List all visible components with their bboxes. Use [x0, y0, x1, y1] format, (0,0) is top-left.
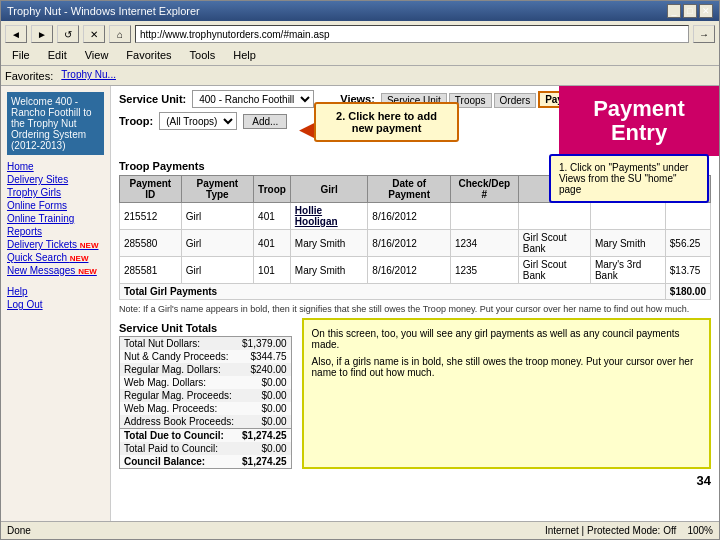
service-unit-label: Service Unit: [119, 93, 186, 105]
status-right: Internet | Protected Mode: Off 100% [545, 525, 713, 536]
menu-tools[interactable]: Tools [187, 48, 219, 62]
service-unit-select[interactable]: 400 - Rancho Foothill [192, 90, 314, 108]
menu-view[interactable]: View [82, 48, 112, 62]
su-total-row: Total Due to Council:$1,274.25 [120, 429, 292, 443]
menu-bar: File Edit View Favorites Tools Help [5, 47, 715, 63]
su-total-row: Council Balance:$1,274.25 [120, 455, 292, 469]
sidebar-online-forms[interactable]: Online Forms [7, 200, 104, 211]
total-label: Total Girl Payments [120, 284, 666, 300]
su-total-row: Total Paid to Council:$0.00 [120, 442, 292, 455]
status-zoom: 100% [687, 525, 713, 536]
menu-edit[interactable]: Edit [45, 48, 70, 62]
browser-title: Trophy Nut - Windows Internet Explorer [7, 5, 200, 17]
address-input[interactable] [135, 25, 689, 43]
menu-help[interactable]: Help [230, 48, 259, 62]
cell-bank: Girl Scout Bank [518, 230, 590, 257]
minimize-button[interactable]: _ [667, 4, 681, 18]
stop-button[interactable]: ✕ [83, 25, 105, 43]
payment-entry-line2: Entry [593, 121, 685, 145]
troop-label: Troop: [119, 115, 153, 127]
cell-troop: 401 [254, 230, 291, 257]
sidebar-logout[interactable]: Log Out [7, 299, 104, 310]
cell-date: 8/16/2012 [368, 230, 451, 257]
close-button[interactable]: ✕ [699, 4, 713, 18]
cell-bank: Girl Scout Bank [518, 257, 590, 284]
sidebar-welcome: Welcome 400 - Rancho Foothill to the Tro… [7, 92, 104, 155]
cell-troop: 401 [254, 203, 291, 230]
info-para1: On this screen, too, you will see any gi… [312, 328, 701, 350]
add-payment-button[interactable]: Add... [243, 114, 287, 129]
nav-row: ◄ ► ↺ ✕ ⌂ → [5, 23, 715, 45]
sidebar-delivery-sites[interactable]: Delivery Sites [7, 174, 104, 185]
note-text: Note: If a Girl's name appears in bold, … [119, 304, 711, 314]
sidebar-home[interactable]: Home [7, 161, 104, 172]
table-row: 285580 Girl 401 Mary Smith 8/16/2012 123… [120, 230, 711, 257]
cell-name: Mary's 3rd Bank [590, 257, 665, 284]
browser-window: Trophy Nut - Windows Internet Explorer _… [0, 0, 720, 540]
status-text: Done [7, 525, 31, 536]
info-box: On this screen, too, you will see any gi… [302, 318, 711, 469]
cell-name: Mary Smith [590, 230, 665, 257]
home-button[interactable]: ⌂ [109, 25, 131, 43]
col-payment-type: Payment Type [181, 176, 253, 203]
total-amount: $180.00 [665, 284, 710, 300]
sidebar: Welcome 400 - Rancho Foothill to the Tro… [1, 86, 111, 521]
cell-type: Girl [181, 230, 253, 257]
info-para2: Also, if a girls name is in bold, she st… [312, 356, 701, 378]
title-bar: Trophy Nut - Windows Internet Explorer _… [1, 1, 719, 21]
sidebar-delivery-tickets[interactable]: Delivery Tickets NEW [7, 239, 104, 250]
bottom-section: Service Unit Totals Total Nut Dollars:$1… [119, 318, 711, 469]
cell-check: 1235 [450, 257, 518, 284]
col-check: Check/Dep # [450, 176, 518, 203]
payment-entry-line1: Payment [593, 97, 685, 121]
cell-check [450, 203, 518, 230]
cell-id: 215512 [120, 203, 182, 230]
maximize-button[interactable]: □ [683, 4, 697, 18]
su-total-row: Address Book Proceeds:$0.00 [120, 415, 292, 429]
cell-type: Girl [181, 257, 253, 284]
su-total-row: Regular Mag. Proceeds:$0.00 [120, 389, 292, 402]
favorite-link[interactable]: Trophy Nu... [61, 69, 116, 80]
su-totals-title: Service Unit Totals [119, 322, 292, 334]
sidebar-help[interactable]: Help [7, 286, 104, 297]
sidebar-quick-search[interactable]: Quick Search NEW [7, 252, 104, 263]
refresh-button[interactable]: ↺ [57, 25, 79, 43]
title-bar-buttons: _ □ ✕ [667, 4, 713, 18]
cell-girl: Mary Smith [290, 257, 368, 284]
su-total-row: Nut & Candy Proceeds:$344.75 [120, 350, 292, 363]
cell-b1 [518, 203, 590, 230]
back-button[interactable]: ◄ [5, 25, 27, 43]
sidebar-reports[interactable]: Reports [7, 226, 104, 237]
sidebar-online-training[interactable]: Online Training [7, 213, 104, 224]
cell-type: Girl [181, 203, 253, 230]
col-girl: Girl [290, 176, 368, 203]
col-date: Date of Payment [368, 176, 451, 203]
col-payment-id: Payment ID [120, 176, 182, 203]
total-row: Total Girl Payments $180.00 [120, 284, 711, 300]
col-troop: Troop [254, 176, 291, 203]
sidebar-new-messages[interactable]: New Messages NEW [7, 265, 104, 276]
troop-select[interactable]: (All Troops) [159, 112, 237, 130]
cell-id: 285581 [120, 257, 182, 284]
table-row: 215512 Girl 401 Hollie Hooligan 8/16/201… [120, 203, 711, 230]
su-total-row: Web Mag. Proceeds:$0.00 [120, 402, 292, 415]
cell-date: 8/16/2012 [368, 203, 451, 230]
payment-entry-box: Payment Entry [559, 86, 719, 156]
su-total-row: Regular Mag. Dollars:$240.00 [120, 363, 292, 376]
su-total-row: Web Mag. Dollars:$0.00 [120, 376, 292, 389]
cell-troop: 101 [254, 257, 291, 284]
go-button[interactable]: → [693, 25, 715, 43]
forward-button[interactable]: ► [31, 25, 53, 43]
favorites-bar: Favorites: Trophy Nu... [1, 66, 719, 86]
toolbar: ◄ ► ↺ ✕ ⌂ → File Edit View Favorites Too… [1, 21, 719, 66]
su-totals: Service Unit Totals Total Nut Dollars:$1… [119, 322, 292, 469]
cell-b2 [590, 203, 665, 230]
menu-favorites[interactable]: Favorites [123, 48, 174, 62]
status-protected: Internet | Protected Mode: Off [545, 525, 676, 536]
browser-content: Welcome 400 - Rancho Foothill to the Tro… [1, 86, 719, 521]
page-number: 34 [119, 473, 711, 488]
view-tab-orders[interactable]: Orders [494, 93, 537, 108]
sidebar-trophy-girls[interactable]: Trophy Girls [7, 187, 104, 198]
sidebar-nav: Home Delivery Sites Trophy Girls Online … [7, 161, 104, 276]
menu-file[interactable]: File [9, 48, 33, 62]
